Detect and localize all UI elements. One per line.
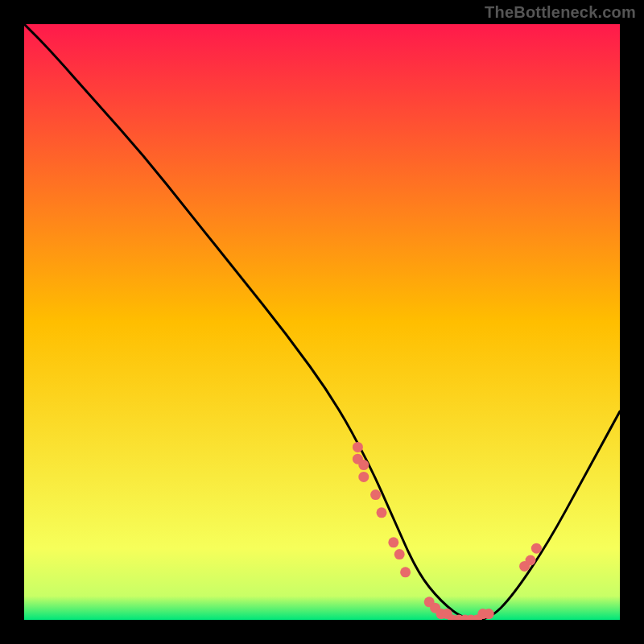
marker-dot [358, 472, 369, 482]
marker-dot [400, 567, 411, 577]
marker-dot [358, 460, 369, 470]
marker-dot [484, 609, 494, 619]
marker-dot [377, 507, 387, 518]
chart-plot [24, 24, 620, 620]
gradient-bg [24, 24, 620, 620]
chart-svg [24, 24, 620, 620]
chart-frame: TheBottleneck.com [0, 0, 644, 644]
marker-dot [394, 549, 405, 559]
marker-dot [531, 543, 542, 554]
marker-dot [353, 442, 363, 452]
marker-dot [370, 489, 381, 500]
watermark-text: TheBottleneck.com [485, 3, 636, 22]
marker-dot [388, 537, 398, 547]
marker-dot [526, 555, 536, 566]
